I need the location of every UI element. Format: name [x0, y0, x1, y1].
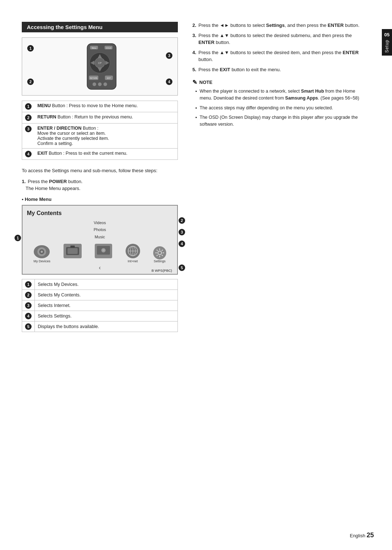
select-row: 5 Displays the buttons available. — [22, 321, 178, 332]
home-menu-title: My Contents — [27, 210, 173, 217]
hm-num-3: 3 — [179, 229, 185, 235]
footer-text: English — [350, 533, 367, 538]
arrow-icon: ‹ — [27, 264, 173, 271]
home-menu-label: • Home Menu — [22, 197, 178, 202]
svg-point-27 — [102, 249, 105, 251]
select-row: 1 Selects My Devices. — [22, 279, 178, 290]
row-num-1: 1 — [25, 103, 32, 110]
row-num-3: 3 — [25, 126, 32, 132]
notes-list: When the player is connected to a networ… — [192, 88, 364, 128]
internet-label: Int>net — [128, 259, 138, 263]
svg-point-17 — [98, 82, 102, 86]
chapter-label: Setup — [384, 40, 389, 53]
svg-text:CP: CP — [98, 62, 102, 64]
step-2: 2. Press the ◄► buttons to select Settin… — [192, 22, 364, 29]
svg-text:RETURN: RETURN — [90, 77, 98, 79]
wps-label: B WPS(PBC) — [152, 268, 172, 272]
svg-line-40 — [156, 255, 158, 256]
note-section: ✎ NOTE When the player is connected to a… — [192, 79, 364, 128]
svg-point-21 — [41, 251, 43, 253]
note-2: The access steps may differ depending on… — [196, 105, 364, 112]
main-content: Accessing the Settings Menu 1 2 3 4 — [0, 0, 382, 550]
step-5: 5. Press the EXIT button to exit the men… — [192, 66, 364, 73]
svg-text:CC/LD: CC/LD — [106, 47, 111, 49]
camera-icon-item — [64, 244, 82, 263]
settings-label: Settings — [154, 259, 166, 263]
svg-point-16 — [93, 82, 96, 86]
row-desc-2: RETURN Button : Return to the previous m… — [34, 112, 178, 124]
my-devices-icon: My Devices — [33, 245, 50, 263]
svg-text:EXIT: EXIT — [107, 77, 111, 79]
sel-num-1: 1 — [25, 281, 32, 288]
home-menu-icons: My Devices — [27, 244, 173, 263]
my-devices-label: My Devices — [33, 259, 50, 263]
sel-num-2: 2 — [25, 292, 32, 298]
hm-num-1: 1 — [15, 235, 21, 241]
row-num-4: 4 — [25, 151, 32, 157]
table-row: 3 ENTER / DIRECTION Button : Move the cu… — [22, 124, 178, 149]
select-row: 2 Selects My Contents. — [22, 290, 178, 300]
svg-line-38 — [162, 255, 163, 256]
button-table: 1 MENU Button : Press to move to the Hom… — [22, 101, 178, 160]
device-label — [103, 259, 104, 263]
sel-num-3: 3 — [25, 302, 32, 309]
sel-text-5: Displays the buttons available. — [35, 321, 178, 332]
table-row: 2 RETURN Button : Return to the previous… — [22, 112, 178, 124]
svg-point-18 — [103, 82, 107, 86]
table-row: 4 EXIT Button : Press to exit the curren… — [22, 149, 178, 160]
hm-num-5: 5 — [179, 264, 185, 271]
select-row: 4 Selects Settings. — [22, 311, 178, 321]
svg-text:Menu: Menu — [92, 47, 97, 49]
step-4: 4. Press the ▲▼ buttons to select the de… — [192, 49, 364, 63]
note-header: ✎ NOTE — [192, 79, 364, 86]
row-num-2: 2 — [25, 114, 32, 121]
right-steps-list: 2. Press the ◄► buttons to select Settin… — [192, 22, 364, 73]
internet-icon-item: Int>net — [126, 244, 140, 263]
svg-rect-24 — [70, 246, 75, 248]
row-desc-1: MENU Button : Press to move to the Home … — [34, 101, 178, 112]
sel-text-2: Selects My Contents. — [35, 290, 178, 300]
note-1: When the player is connected to a networ… — [196, 88, 364, 102]
svg-line-39 — [162, 250, 163, 251]
two-column-layout: Accessing the Settings Menu 1 2 3 4 — [22, 22, 364, 339]
intro-text: To access the Settings menu and sub-menu… — [22, 167, 178, 174]
step-1: 1. Press the POWER button. The Home Menu… — [22, 178, 178, 192]
sel-num-5: 5 — [25, 323, 32, 330]
steps-list: 1. Press the POWER button. The Home Menu… — [22, 178, 178, 192]
select-table: 1 Selects My Devices. 2 Selects My Conte… — [22, 279, 178, 332]
right-column: 2. Press the ◄► buttons to select Settin… — [192, 22, 364, 339]
home-menu-links: Videos Photos Music — [27, 219, 173, 241]
svg-point-32 — [158, 251, 162, 255]
sel-text-1: Selects My Devices. — [35, 279, 178, 290]
chapter-number: 05 — [384, 32, 389, 37]
sel-text-3: Selects Internet. — [35, 300, 178, 311]
row-desc-4: EXIT Button : Press to exit the current … — [34, 149, 178, 160]
step-3: 3. Press the ▲▼ buttons to select the de… — [192, 32, 364, 46]
svg-rect-23 — [68, 248, 78, 254]
home-menu-diagram: 2 3 4 1 5 My Contents Videos — [22, 205, 178, 275]
table-row: 1 MENU Button : Press to move to the Hom… — [22, 101, 178, 112]
row-desc-3: ENTER / DIRECTION Button : Move the curs… — [34, 124, 178, 149]
remote-svg: Menu CC/LD — [27, 43, 172, 90]
page-footer: English 25 — [350, 531, 374, 539]
hm-num-2: 2 — [179, 217, 185, 224]
left-column: Accessing the Settings Menu 1 2 3 4 — [22, 22, 178, 339]
note-icon: ✎ — [192, 79, 197, 86]
note-3: The OSD (On Screen Display) may change i… — [196, 114, 364, 128]
camera-label — [72, 259, 73, 263]
select-row: 3 Selects Internet. — [22, 300, 178, 311]
hm-num-4: 4 — [179, 240, 185, 247]
section-heading: Accessing the Settings Menu — [22, 22, 178, 32]
page-number: 25 — [367, 531, 374, 539]
device-icon-item — [95, 244, 112, 263]
svg-line-37 — [156, 250, 158, 251]
sel-num-4: 4 — [25, 313, 32, 319]
sel-text-4: Selects Settings. — [35, 311, 178, 321]
note-label: NOTE — [199, 80, 212, 85]
remote-diagram: 1 2 3 4 — [22, 37, 178, 96]
chapter-tab: 05 Setup — [382, 29, 392, 56]
settings-icon-item: Settings — [153, 246, 166, 263]
